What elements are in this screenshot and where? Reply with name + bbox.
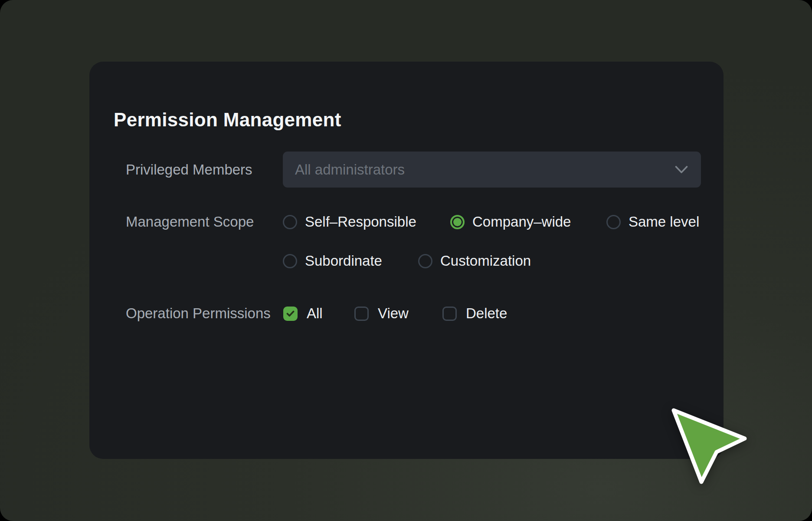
check-icon bbox=[286, 310, 295, 317]
management-scope-row-1: Management Scope Self–Responsible Compan… bbox=[89, 214, 724, 229]
privileged-members-label: Privileged Members bbox=[126, 162, 252, 178]
radio-company-wide[interactable]: Company–wide bbox=[450, 214, 571, 230]
checkbox-view[interactable]: View bbox=[354, 305, 409, 322]
checkbox-label: View bbox=[378, 305, 409, 322]
permission-management-panel: Permission Management Privileged Members… bbox=[89, 62, 724, 459]
radio-label: Customization bbox=[440, 253, 531, 269]
radio-label: Subordinate bbox=[305, 253, 382, 269]
page-title: Permission Management bbox=[114, 110, 341, 129]
checkbox-checked-icon bbox=[283, 307, 298, 321]
radio-customization[interactable]: Customization bbox=[418, 253, 531, 269]
checkbox-delete[interactable]: Delete bbox=[442, 305, 507, 322]
management-scope-row-2: Subordinate Customization bbox=[89, 254, 724, 268]
operation-permissions-label: Operation Permissions bbox=[126, 305, 271, 322]
radio-unchecked-icon bbox=[283, 254, 297, 268]
checkbox-unchecked-icon bbox=[354, 307, 369, 321]
checkbox-label: Delete bbox=[466, 305, 507, 322]
page-background: Permission Management Privileged Members… bbox=[0, 0, 812, 521]
radio-label: Company–wide bbox=[472, 214, 571, 230]
privileged-members-row: Privileged Members All administrators bbox=[89, 152, 724, 188]
checkbox-label: All bbox=[307, 305, 323, 322]
radio-unchecked-icon bbox=[606, 215, 621, 229]
radio-subordinate[interactable]: Subordinate bbox=[283, 253, 382, 269]
checkbox-unchecked-icon bbox=[442, 307, 457, 321]
radio-same-level[interactable]: Same level bbox=[606, 214, 699, 230]
chevron-down-icon bbox=[675, 165, 688, 174]
radio-label: Self–Responsible bbox=[305, 214, 416, 230]
radio-unchecked-icon bbox=[283, 215, 297, 229]
privileged-members-value: All administrators bbox=[295, 162, 405, 178]
privileged-members-select[interactable]: All administrators bbox=[283, 152, 701, 188]
operation-permissions-row: Operation Permissions All View Delete bbox=[89, 306, 724, 321]
checkbox-all[interactable]: All bbox=[283, 305, 323, 322]
radio-label: Same level bbox=[629, 214, 699, 230]
radio-selected-icon bbox=[450, 215, 465, 229]
management-scope-label: Management Scope bbox=[126, 214, 254, 230]
radio-self-responsible[interactable]: Self–Responsible bbox=[283, 214, 416, 230]
radio-unchecked-icon bbox=[418, 254, 432, 268]
